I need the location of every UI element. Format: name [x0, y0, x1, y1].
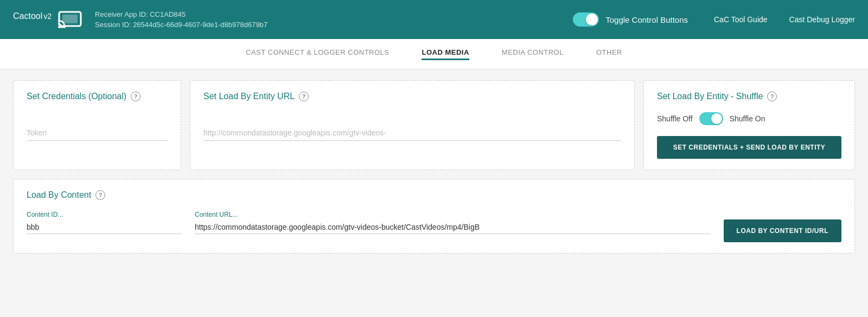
logo-name: Cactool [13, 11, 42, 21]
content-card-title: Load By Content ? [27, 190, 841, 200]
tab-cast-connect[interactable]: CAST CONNECT & LOGGER CONTROLS [246, 48, 389, 60]
load-by-content-card: Load By Content ? Content ID... bbb Cont… [13, 179, 855, 254]
load-by-content-button[interactable]: LOAD BY CONTENT ID/URL [724, 219, 841, 242]
entity-url-card-title: Set Load By Entity URL ? [203, 92, 621, 101]
credentials-card: Set Credentials (Optional) ? [13, 80, 181, 170]
shuffle-help-icon[interactable]: ? [767, 92, 777, 101]
top-cards-row: Set Credentials (Optional) ? Set Load By… [13, 80, 855, 170]
tab-other[interactable]: OTHER [596, 48, 622, 60]
entity-url-card: Set Load By Entity URL ? [190, 80, 635, 170]
entity-url-help-icon[interactable]: ? [299, 92, 309, 101]
tab-media-control[interactable]: MEDIA CONTROL [502, 48, 564, 60]
content-url-label: Content URL... [195, 211, 711, 218]
cast-debug-logger-link[interactable]: Cast Debug Logger [789, 15, 855, 24]
content-title-text: Load By Content [27, 190, 91, 200]
shuffle-card-title: Set Load By Entity - Shuffle ? [657, 92, 841, 101]
shuffle-card: Set Load By Entity - Shuffle ? Shuffle O… [643, 80, 855, 170]
credentials-title-text: Set Credentials (Optional) [27, 92, 126, 101]
logo-text: Cactoolv2 [13, 11, 52, 28]
token-input[interactable] [27, 125, 168, 141]
main-content: Set Credentials (Optional) ? Set Load By… [0, 69, 868, 273]
content-url-group: Content URL... https://commondatastorage… [195, 211, 724, 234]
cast-icon [58, 10, 82, 29]
receiver-app-id: Receiver App ID: CC1AD845 [95, 9, 267, 20]
session-id: Session ID: 26544d5c-66d9-4607-9de1-d8b9… [95, 20, 267, 30]
svg-rect-1 [62, 15, 78, 23]
tab-load-media[interactable]: LOAD MEDIA [422, 48, 469, 60]
logo-container: Cactoolv2 [13, 10, 82, 29]
shuffle-off-label: Shuffle Off [657, 114, 693, 123]
shuffle-on-label: Shuffle On [730, 114, 765, 123]
toggle-label: Toggle Control Buttons [605, 15, 688, 24]
cac-tool-guide-link[interactable]: CaC Tool Guide [714, 15, 768, 24]
credentials-card-title: Set Credentials (Optional) ? [27, 92, 168, 101]
entity-url-input[interactable] [203, 125, 621, 141]
content-id-group: Content ID... bbb [27, 211, 195, 234]
header-links: CaC Tool Guide Cast Debug Logger [714, 15, 855, 24]
entity-url-title-text: Set Load By Entity URL [203, 92, 295, 101]
content-help-icon[interactable]: ? [95, 190, 105, 200]
content-id-value: bbb [27, 221, 182, 234]
shuffle-toggle[interactable] [699, 112, 723, 125]
content-id-label: Content ID... [27, 211, 182, 218]
header-info: Receiver App ID: CC1AD845 Session ID: 26… [95, 9, 267, 30]
logo-version: v2 [43, 12, 52, 21]
tabs-nav: CAST CONNECT & LOGGER CONTROLS LOAD MEDI… [0, 39, 868, 69]
bottom-cards-row: Load By Content ? Content ID... bbb Cont… [13, 179, 855, 254]
set-credentials-send-load-button[interactable]: SET CREDENTIALS + SEND LOAD BY ENTITY [657, 136, 841, 159]
shuffle-title-text: Set Load By Entity - Shuffle [657, 92, 763, 101]
shuffle-toggle-row: Shuffle Off Shuffle On [657, 112, 841, 125]
control-buttons-toggle[interactable] [573, 12, 599, 27]
content-url-value: https://commondatastorage.googleapis.com… [195, 221, 711, 234]
content-fields-row: Content ID... bbb Content URL... https:/… [27, 211, 841, 242]
toggle-section: Toggle Control Buttons [573, 12, 688, 27]
app-header: Cactoolv2 Receiver App ID: CC1AD845 Sess… [0, 0, 868, 39]
credentials-help-icon[interactable]: ? [131, 92, 141, 101]
